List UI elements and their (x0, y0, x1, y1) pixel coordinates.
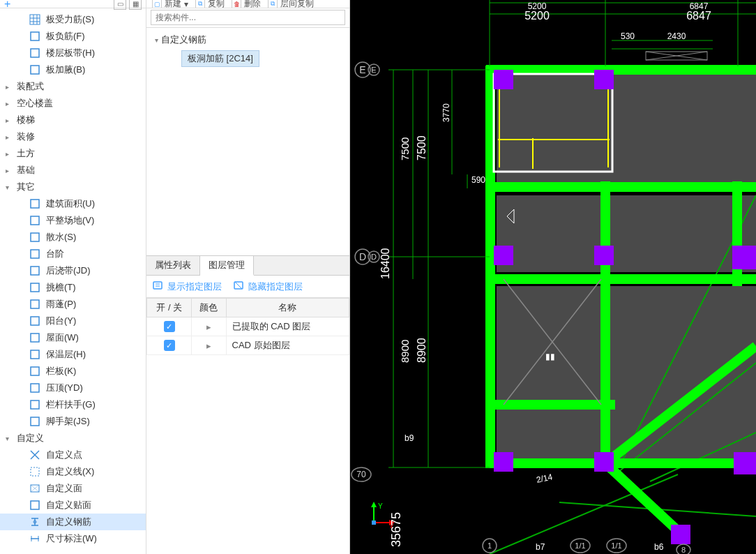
svg-rect-19 (31, 384, 39, 392)
tree-group-装配式[interactable]: ▸装配式 (0, 78, 146, 95)
tree-item[interactable]: 自定义线(X) (0, 463, 146, 480)
tab-properties[interactable]: 属性列表 (146, 256, 200, 275)
tree-group-土方[interactable]: ▸土方 (0, 145, 146, 162)
table-row[interactable]: ✓▸已提取的 CAD 图层 (147, 317, 349, 336)
tree-item[interactable]: 建筑面积(U) (0, 195, 146, 212)
wave-icon (29, 349, 40, 360)
delete-button[interactable]: 🗑删除 (232, 0, 261, 8)
steps-icon (29, 248, 40, 260)
caret-right-icon: ▸ (6, 117, 14, 124)
tree-item[interactable]: 自定义面 (0, 480, 146, 497)
tree-item[interactable]: 栏杆扶手(G) (0, 396, 146, 413)
caret-right-icon: ▸ (6, 83, 14, 91)
tree-item[interactable]: 后浇带(JD) (0, 262, 146, 279)
lbl-214: 2/14 (536, 472, 554, 485)
t-shape-icon (29, 64, 40, 75)
svg-rect-28 (31, 501, 39, 509)
component-tree-root[interactable]: ▾ 自定义钢筋 (151, 32, 345, 47)
tree-item[interactable]: 自定义钢筋 (0, 514, 146, 530)
layer-table: 开 / 关 颜色 名称 ✓▸已提取的 CAD 图层✓▸CAD 原始图层 (146, 298, 349, 355)
property-tabs: 属性列表 图层管理 (146, 256, 349, 276)
svg-rect-20 (31, 400, 39, 409)
col-on-off: 开 / 关 (147, 299, 192, 317)
tree-item[interactable]: 保温层(H) (0, 346, 146, 363)
svg-rect-67 (594, 70, 614, 89)
show-layer-button[interactable]: 显示指定图层 (152, 280, 222, 293)
tree-group-空心楼盖[interactable]: ▸空心楼盖 (0, 95, 146, 112)
tree-group-基础[interactable]: ▸基础 (0, 162, 146, 179)
left-navigation-panel: + ▭ ▦ 板受力筋(S)板负筋(F)楼层板带(H)板加腋(B) ▸装配式▸空心… (0, 0, 146, 554)
eave-icon (29, 282, 40, 293)
axis-D1: D (359, 251, 366, 262)
component-root-label: 自定义钢筋 (161, 33, 206, 46)
checkbox-on[interactable]: ✓ (164, 340, 175, 351)
tree-item[interactable]: 挑檐(T) (0, 279, 146, 296)
tree-item[interactable]: 压顶(YD) (0, 380, 146, 396)
tree-item[interactable]: 栏板(K) (0, 363, 146, 380)
caret-right-icon: ▸ (6, 100, 14, 107)
tree-item[interactable]: 板负筋(F) (0, 28, 146, 45)
component-list: ▾ 自定义钢筋 板洞加筋 [2C14] (146, 28, 349, 255)
balcony-icon (29, 315, 40, 327)
axis-70: 70 (356, 470, 366, 479)
lbl-b7: b7 (536, 542, 545, 552)
caret-down-icon: ▾ (6, 184, 14, 191)
tree-item[interactable]: 台阶 (0, 246, 146, 262)
svg-rect-13 (31, 283, 39, 292)
cad-viewport[interactable]: ▮▮ 7500 7500 8900 8900 16400 3770 590 52… (350, 0, 756, 554)
caret-right-icon[interactable]: ▸ (206, 340, 211, 351)
tree-item[interactable]: 板加腋(B) (0, 61, 146, 78)
tree-item[interactable]: 自定义贴面 (0, 497, 146, 514)
tree-item[interactable]: 雨蓬(P) (0, 296, 146, 313)
dim-icon (29, 533, 40, 544)
table-row[interactable]: ✓▸CAD 原始图层 (147, 336, 349, 355)
lbl-b6: b6 (654, 542, 664, 552)
svg-rect-16 (31, 334, 39, 342)
tree-item[interactable]: 楼层板带(H) (0, 45, 146, 61)
tree-item[interactable]: 脚手架(JS) (0, 413, 146, 430)
tree-item[interactable]: 尺寸标注(W) (0, 530, 146, 547)
svg-rect-73 (734, 452, 756, 474)
tab-layer-manager[interactable]: 图层管理 (200, 256, 254, 276)
bars-icon (29, 265, 40, 276)
new-button[interactable]: ▢新建 ▾ (152, 0, 188, 8)
hide-layer-button[interactable]: 隐藏指定图层 (233, 280, 303, 293)
view-grid-icon[interactable]: ▦ (129, 0, 142, 10)
layer-copy-button[interactable]: ⧉层间复制 (268, 0, 314, 8)
caret-right-icon[interactable]: ▸ (206, 322, 211, 332)
dim-16400: 16400 (379, 248, 391, 279)
tree-group-其它[interactable]: ▾其它 (0, 179, 146, 195)
checkbox-on[interactable]: ✓ (164, 321, 175, 332)
tree-item[interactable]: 自定义点 (0, 447, 146, 463)
svg-rect-42 (497, 195, 756, 272)
canopy-icon (29, 299, 40, 310)
tree-item[interactable]: 散水(S) (0, 229, 146, 246)
tree-group-楼梯[interactable]: ▸楼梯 (0, 112, 146, 128)
tree-item[interactable]: 阳台(Y) (0, 313, 146, 329)
tree-item[interactable]: 板受力筋(S) (0, 11, 146, 28)
svg-rect-7 (31, 66, 39, 74)
dim-530: 530 (621, 31, 635, 41)
view-list-icon[interactable]: ▭ (114, 0, 126, 10)
component-toolbar: ▢新建 ▾ ⧉复制 🗑删除 ⧉层间复制 (146, 0, 349, 8)
component-item-selected[interactable]: 板洞加筋 [2C14] (181, 50, 259, 67)
tree-group-装修[interactable]: ▸装修 (0, 128, 146, 145)
tree-item[interactable]: 屋面(W) (0, 329, 146, 346)
tree-item[interactable]: 平整场地(V) (0, 212, 146, 229)
component-category-tree: 板受力筋(S)板负筋(F)楼层板带(H)板加腋(B) ▸装配式▸空心楼盖▸楼梯▸… (0, 8, 146, 550)
railpanel-icon (29, 366, 40, 377)
overlap-icon (29, 31, 40, 42)
search-input[interactable] (151, 10, 345, 25)
axis-E2: E (371, 66, 376, 74)
caret-down-icon: ▾ (155, 36, 158, 44)
add-icon[interactable]: + (4, 0, 10, 10)
lbl-1-1a: 1/1 (575, 541, 585, 550)
layer-actions: 显示指定图层 隐藏指定图层 (146, 276, 349, 298)
copy-button[interactable]: ⧉复制 (195, 0, 225, 8)
svg-rect-72 (594, 452, 614, 472)
svg-rect-11 (31, 250, 39, 258)
svg-rect-18 (31, 367, 39, 375)
hide-layer-icon (233, 280, 244, 293)
tree-group-自定义[interactable]: ▾自定义 (0, 430, 146, 447)
caret-right-icon: ▸ (6, 133, 14, 141)
